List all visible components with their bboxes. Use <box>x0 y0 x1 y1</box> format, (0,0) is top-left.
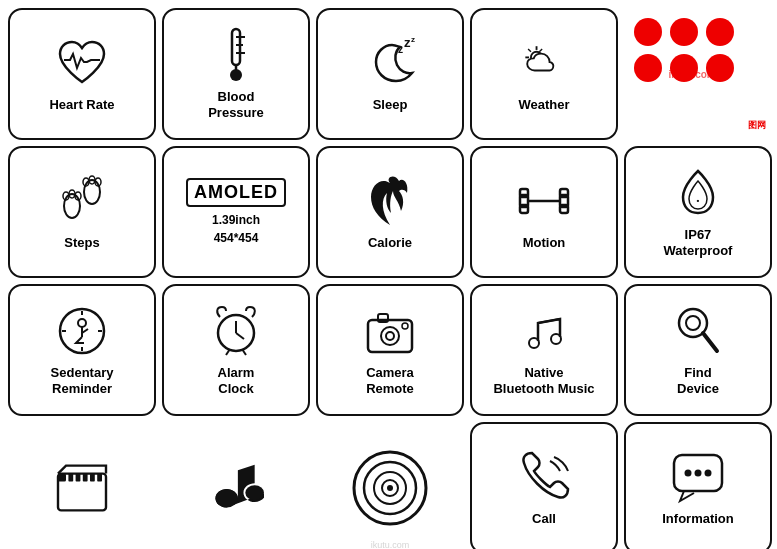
music-note-cell <box>162 422 310 549</box>
svg-point-71 <box>685 470 692 477</box>
svg-point-51 <box>551 334 561 344</box>
svg-rect-25 <box>520 189 528 197</box>
svg-point-2 <box>230 69 242 81</box>
svg-line-55 <box>703 333 717 351</box>
sleep-cell: z z z Sleep <box>316 8 464 140</box>
calorie-icon <box>362 173 418 229</box>
heart-rate-cell: Heart Rate <box>8 8 156 140</box>
blood-pressure-icon <box>208 27 264 83</box>
svg-text:z: z <box>404 37 411 50</box>
svg-line-15 <box>539 49 542 52</box>
svg-rect-29 <box>560 189 568 197</box>
svg-rect-30 <box>560 205 568 213</box>
svg-point-49 <box>402 323 408 329</box>
bluetooth-music-label: NativeBluetooth Music <box>493 365 594 396</box>
alarm-clock-icon <box>208 303 264 359</box>
svg-point-47 <box>386 332 394 340</box>
svg-point-73 <box>705 470 712 477</box>
svg-rect-61 <box>90 474 95 482</box>
alarm-clock-cell: AlarmClock <box>162 284 310 416</box>
svg-rect-26 <box>520 205 528 213</box>
storage-icon <box>54 460 110 516</box>
music-note-icon <box>208 460 264 516</box>
motion-icon <box>516 173 572 229</box>
find-device-label: FindDevice <box>677 365 719 396</box>
information-label: Information <box>662 511 734 527</box>
camera-remote-label: CameraRemote <box>366 365 414 396</box>
svg-text:z: z <box>411 37 415 44</box>
svg-point-50 <box>529 338 539 348</box>
heart-rate-icon <box>54 35 110 91</box>
calorie-cell: Calorie <box>316 146 464 278</box>
svg-rect-0 <box>232 29 240 65</box>
svg-line-14 <box>528 49 531 52</box>
svg-text:z: z <box>398 44 403 55</box>
heart-rate-label: Heart Rate <box>49 97 114 113</box>
weather-cell: Weather <box>470 8 618 140</box>
svg-point-46 <box>381 327 399 345</box>
blood-pressure-cell: BloodPressure <box>162 8 310 140</box>
target-icon <box>350 448 430 528</box>
svg-rect-45 <box>368 320 412 352</box>
bluetooth-music-cell: NativeBluetooth Music <box>470 284 618 416</box>
steps-icon <box>54 173 110 229</box>
weather-icon <box>516 35 572 91</box>
svg-line-52 <box>538 319 560 323</box>
svg-rect-58 <box>68 474 73 482</box>
svg-text:•: • <box>697 196 700 205</box>
call-label: Call <box>532 511 556 527</box>
ip67-cell: • IP67Waterproof <box>624 146 772 278</box>
target-cell: ikutu.com <box>316 422 464 549</box>
information-icon <box>670 449 726 505</box>
information-cell: Information <box>624 422 772 549</box>
amoled-title: AMOLED <box>186 178 286 207</box>
watermark-cell: 图网 ikutu.com <box>624 8 772 140</box>
call-cell: Call <box>470 422 618 549</box>
sleep-icon: z z z <box>362 35 418 91</box>
svg-line-42 <box>236 333 244 339</box>
amoled-cell: AMOLED 1.39inch454*454 <box>162 146 310 278</box>
amoled-spec: 1.39inch454*454 <box>212 211 260 247</box>
find-device-cell: FindDevice <box>624 284 772 416</box>
ip67-label: IP67Waterproof <box>664 227 733 258</box>
svg-rect-62 <box>97 474 102 482</box>
calorie-label: Calorie <box>368 235 412 251</box>
svg-point-37 <box>78 319 86 327</box>
find-device-icon <box>670 303 726 359</box>
alarm-clock-label: AlarmClock <box>218 365 255 396</box>
svg-point-54 <box>686 316 700 330</box>
svg-rect-57 <box>58 474 66 482</box>
svg-point-72 <box>695 470 702 477</box>
call-icon <box>516 449 572 505</box>
weather-label: Weather <box>518 97 569 113</box>
steps-cell: Steps <box>8 146 156 278</box>
sedentary-icon <box>54 303 110 359</box>
svg-rect-60 <box>83 474 88 482</box>
sedentary-cell: SedentaryReminder <box>8 284 156 416</box>
svg-point-64 <box>245 485 264 500</box>
bluetooth-music-icon <box>516 303 572 359</box>
camera-remote-icon <box>362 303 418 359</box>
sedentary-label: SedentaryReminder <box>51 365 114 396</box>
steps-label: Steps <box>64 235 99 251</box>
ip67-icon: • <box>670 165 726 221</box>
svg-rect-59 <box>76 474 81 482</box>
motion-cell: Motion <box>470 146 618 278</box>
svg-point-63 <box>215 489 237 508</box>
svg-point-69 <box>387 485 393 491</box>
feature-grid: Heart Rate BloodPressure z z z Sleep <box>0 0 777 549</box>
motion-label: Motion <box>523 235 566 251</box>
blood-pressure-label: BloodPressure <box>208 89 264 120</box>
storage-cell <box>8 422 156 549</box>
camera-remote-cell: CameraRemote <box>316 284 464 416</box>
sleep-label: Sleep <box>373 97 408 113</box>
